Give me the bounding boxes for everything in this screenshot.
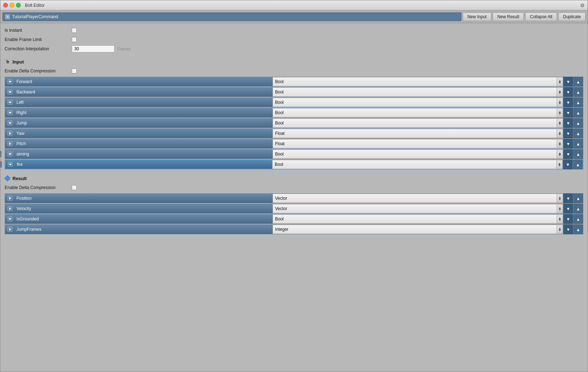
expand-button[interactable] [5, 139, 15, 149]
minimize-button[interactable] [10, 3, 14, 7]
action-button[interactable]: ▴ [573, 159, 583, 169]
action-button[interactable]: ▴ [573, 77, 583, 87]
property-name: Left [15, 100, 273, 105]
type-select[interactable]: Float [273, 139, 557, 148]
expand-button[interactable] [5, 87, 15, 97]
type-arrows[interactable] [557, 204, 563, 213]
close-button[interactable] [3, 3, 8, 7]
collapse-all-button[interactable]: Collapse All [525, 12, 557, 21]
action-button[interactable]: ▴ [573, 149, 583, 159]
expand-button[interactable] [5, 118, 15, 128]
type-arrows[interactable] [557, 98, 563, 107]
expand-button[interactable] [5, 224, 15, 234]
new-result-button[interactable]: New Result [493, 12, 524, 21]
dropdown-button[interactable]: ▾ [563, 108, 573, 118]
type-arrows[interactable] [557, 139, 563, 148]
type-select[interactable]: Float [273, 129, 557, 138]
duplicate-button[interactable]: Duplicate [558, 12, 586, 21]
type-select[interactable]: Bool [272, 160, 556, 169]
action-button[interactable]: ▴ [573, 193, 583, 203]
dropdown-button[interactable]: ▾ [563, 224, 573, 234]
type-arrows[interactable] [557, 118, 563, 128]
type-select[interactable]: Bool [273, 87, 557, 97]
type-arrows[interactable] [557, 77, 563, 86]
is-instant-row: Is Instant [5, 26, 583, 35]
type-arrows[interactable] [557, 214, 563, 224]
list-item: BackwardBool▾▴ [5, 87, 583, 97]
type-arrows[interactable] [557, 225, 563, 234]
gear-icon[interactable]: ⚙ [580, 2, 585, 8]
type-select[interactable]: Vector [273, 194, 557, 203]
expand-button[interactable] [5, 97, 15, 107]
result-delta-checkbox[interactable] [72, 185, 77, 190]
type-arrows[interactable] [557, 87, 563, 97]
type-select[interactable]: Vector [273, 204, 557, 213]
type-arrows[interactable] [557, 108, 563, 117]
dropdown-button[interactable]: ▾ [563, 118, 573, 128]
type-select[interactable]: Integer [273, 225, 557, 234]
type-select[interactable]: Bool [273, 77, 557, 86]
property-name: Backward [15, 90, 273, 95]
dropdown-button[interactable]: ▾ [563, 139, 573, 149]
property-name: Right [15, 110, 273, 115]
is-instant-checkbox[interactable] [72, 28, 77, 33]
enable-frame-limit-label: Enable Frame Limit [5, 37, 69, 42]
input-delta-checkbox[interactable] [72, 68, 77, 73]
action-button[interactable]: ▴ [573, 97, 583, 107]
expand-button[interactable] [5, 77, 15, 87]
action-button[interactable]: ▴ [573, 87, 583, 97]
action-button[interactable]: ▴ [573, 108, 583, 118]
type-arrows[interactable] [557, 194, 563, 203]
dropdown-button[interactable]: ▾ [563, 204, 573, 214]
expand-button[interactable] [5, 204, 15, 214]
dropdown-button[interactable]: ▾ [563, 77, 573, 87]
list-item: PositionVector▾▴ [5, 193, 583, 203]
enable-frame-limit-checkbox[interactable] [72, 37, 77, 42]
type-label: Bool [275, 90, 554, 95]
list-item: ForwardBool▾▴ [5, 77, 583, 87]
expand-button[interactable] [5, 108, 15, 118]
dropdown-button[interactable]: ▾ [563, 87, 573, 97]
result-section-header: Result [0, 173, 588, 183]
type-label: Vector [275, 196, 554, 201]
action-button[interactable]: ▴ [573, 139, 583, 149]
input-section-header: 🖱 Input [0, 57, 588, 67]
list-item: IsGroundedBool▾▴ [5, 214, 583, 224]
result-delta-row: Enable Delta Compression [0, 183, 588, 192]
action-button[interactable]: ▴ [573, 224, 583, 234]
expand-button[interactable] [5, 214, 15, 224]
dropdown-button[interactable]: ▾ [563, 149, 573, 159]
type-select[interactable]: Bool [273, 214, 557, 224]
dropdown-button[interactable]: ▾ [563, 214, 573, 224]
action-button[interactable]: ▴ [573, 214, 583, 224]
maximize-button[interactable] [16, 3, 21, 7]
dropdown-button[interactable]: ▾ [563, 97, 573, 107]
new-input-button[interactable]: New Input [463, 12, 491, 21]
type-label: Bool [275, 100, 554, 105]
expand-button[interactable] [5, 149, 15, 159]
input-section-title: Input [12, 59, 24, 65]
list-item: PitchFloat▾▴ [5, 139, 583, 149]
property-name: IsGrounded [15, 216, 273, 221]
type-label: Bool [275, 121, 554, 126]
expand-button[interactable] [5, 159, 15, 169]
type-select[interactable]: Bool [273, 118, 557, 128]
type-arrows[interactable] [557, 129, 563, 138]
type-arrows[interactable] [556, 160, 563, 169]
action-button[interactable]: ▴ [573, 128, 583, 138]
settings-area: Is Instant Enable Frame Limit Correction… [0, 23, 588, 57]
type-select[interactable]: Bool [273, 98, 557, 107]
expand-button[interactable] [5, 128, 15, 138]
dropdown-button[interactable]: ▾ [563, 159, 573, 169]
type-label: Bool [275, 79, 554, 84]
correction-interpolation-input[interactable] [72, 45, 115, 52]
type-select[interactable]: Bool [273, 149, 557, 159]
dropdown-button[interactable]: ▾ [563, 128, 573, 138]
property-name: JumpFrames [15, 227, 273, 232]
action-button[interactable]: ▴ [573, 204, 583, 214]
dropdown-button[interactable]: ▾ [563, 193, 573, 203]
type-arrows[interactable] [557, 149, 563, 159]
type-select[interactable]: Bool [273, 108, 557, 117]
expand-button[interactable] [5, 193, 15, 203]
action-button[interactable]: ▴ [573, 118, 583, 128]
